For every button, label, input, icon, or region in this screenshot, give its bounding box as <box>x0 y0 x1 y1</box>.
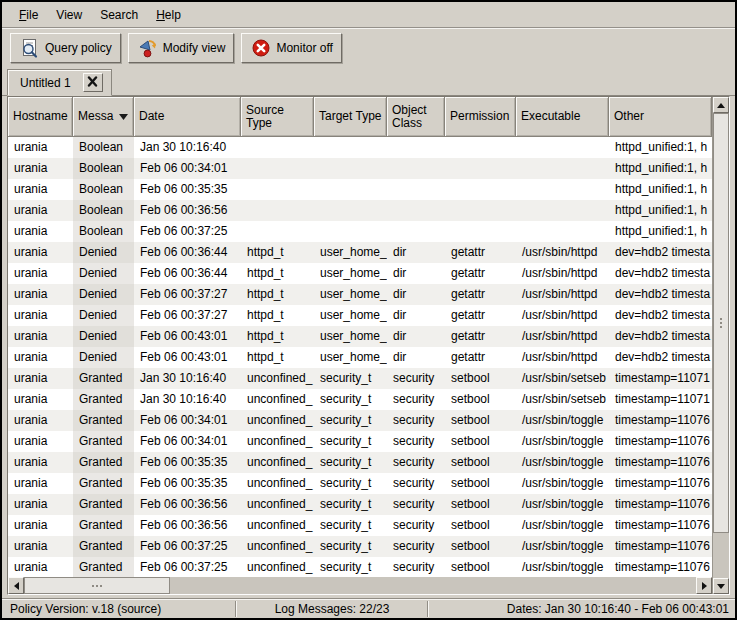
arrow-down-icon <box>717 584 725 593</box>
horizontal-scrollbar[interactable] <box>8 577 712 594</box>
toolbar-button-label: Modify view <box>163 41 226 55</box>
column-header-permission[interactable]: Permission <box>445 97 516 137</box>
column-header-object_class[interactable]: Object Class <box>387 97 445 137</box>
table-row[interactable]: uraniaGrantedFeb 06 00:34:01unconfined_s… <box>8 410 712 431</box>
table-row[interactable]: uraniaDeniedFeb 06 00:36:44httpd_tuser_h… <box>8 242 712 263</box>
table-row[interactable]: uraniaGrantedFeb 06 00:35:35unconfined_s… <box>8 452 712 473</box>
cell-date: Feb 06 00:37:27 <box>134 305 241 326</box>
cell-other: timestamp=11076 <box>609 557 712 577</box>
column-header-date[interactable]: Date <box>134 97 241 137</box>
cell-object_class <box>387 158 445 179</box>
cell-permission <box>445 179 516 200</box>
app-window: FileViewSearchHelp Query policyModify vi… <box>0 0 737 620</box>
table-row[interactable]: uraniaDeniedFeb 06 00:43:01httpd_tuser_h… <box>8 347 712 368</box>
query-policy-icon <box>19 37 41 59</box>
menu-label: View <box>56 8 82 22</box>
table-row[interactable]: uraniaGrantedFeb 06 00:36:56unconfined_s… <box>8 494 712 515</box>
cell-executable <box>516 158 609 179</box>
cell-source_type: unconfined_ <box>241 494 314 515</box>
menu-help[interactable]: Help <box>147 4 190 26</box>
cell-other: httpd_unified:1, h <box>609 137 712 158</box>
column-header-source_type[interactable]: Source Type <box>241 97 314 137</box>
menu-view[interactable]: View <box>47 4 91 26</box>
cell-permission: getattr <box>445 242 516 263</box>
menu-file[interactable]: File <box>10 4 47 26</box>
vertical-scroll-thumb[interactable] <box>713 113 729 533</box>
cell-object_class: security <box>387 410 445 431</box>
scroll-down-button[interactable] <box>713 578 729 594</box>
cell-hostname: urania <box>8 326 73 347</box>
tab-untitled-1[interactable]: Untitled 1 <box>7 69 112 96</box>
cell-source_type <box>241 179 314 200</box>
column-header-other[interactable]: Other <box>609 97 712 137</box>
cell-source_type: unconfined_ <box>241 557 314 577</box>
cell-permission: setbool <box>445 410 516 431</box>
column-header-target_type[interactable]: Target Type <box>314 97 387 137</box>
column-header-executable[interactable]: Executable <box>516 97 609 137</box>
cell-other: timestamp=11071 <box>609 368 712 389</box>
cell-executable: /usr/sbin/toggle <box>516 515 609 536</box>
cell-date: Feb 06 00:37:25 <box>134 557 241 577</box>
column-header-message[interactable]: Messa <box>73 97 134 137</box>
cell-target_type: security_t <box>314 410 387 431</box>
cell-source_type: unconfined_ <box>241 389 314 410</box>
table-row[interactable]: uraniaBooleanJan 30 10:16:40httpd_unifie… <box>8 137 712 158</box>
table-row[interactable]: uraniaDeniedFeb 06 00:36:44httpd_tuser_h… <box>8 263 712 284</box>
scroll-left-button[interactable] <box>8 577 24 594</box>
table-row[interactable]: uraniaBooleanFeb 06 00:35:35httpd_unifie… <box>8 179 712 200</box>
cell-object_class: security <box>387 557 445 577</box>
cell-permission: setbool <box>445 452 516 473</box>
vertical-scroll-trough[interactable] <box>713 533 729 578</box>
query-policy-button[interactable]: Query policy <box>10 33 121 63</box>
cell-other: httpd_unified:1, h <box>609 179 712 200</box>
table-row[interactable]: uraniaGrantedFeb 06 00:37:25unconfined_s… <box>8 557 712 577</box>
table-row[interactable]: uraniaDeniedFeb 06 00:43:01httpd_tuser_h… <box>8 326 712 347</box>
table-row[interactable]: uraniaBooleanFeb 06 00:37:25httpd_unifie… <box>8 221 712 242</box>
menu-accel: H <box>156 8 165 22</box>
cell-date: Feb 06 00:35:35 <box>134 179 241 200</box>
arrow-right-icon <box>702 582 711 590</box>
table-row[interactable]: uraniaDeniedFeb 06 00:37:27httpd_tuser_h… <box>8 284 712 305</box>
column-header-hostname[interactable]: Hostname <box>8 97 73 137</box>
cell-date: Jan 30 10:16:40 <box>134 368 241 389</box>
table-row[interactable]: uraniaBooleanFeb 06 00:36:56httpd_unifie… <box>8 200 712 221</box>
table-row[interactable]: uraniaGrantedJan 30 10:16:40unconfined_s… <box>8 368 712 389</box>
cell-target_type: security_t <box>314 389 387 410</box>
table-row[interactable]: uraniaGrantedFeb 06 00:34:01unconfined_s… <box>8 431 712 452</box>
cell-hostname: urania <box>8 452 73 473</box>
table-row[interactable]: uraniaDeniedFeb 06 00:37:27httpd_tuser_h… <box>8 305 712 326</box>
table-row[interactable]: uraniaGrantedFeb 06 00:35:35unconfined_s… <box>8 473 712 494</box>
tab-close-button[interactable] <box>83 73 103 92</box>
cell-hostname: urania <box>8 410 73 431</box>
table-row[interactable]: uraniaGrantedFeb 06 00:37:25unconfined_s… <box>8 536 712 557</box>
monitor-off-button[interactable]: Monitor off <box>241 33 341 63</box>
cell-hostname: urania <box>8 200 73 221</box>
cell-other: dev=hdb2 timesta <box>609 347 712 368</box>
table-row[interactable]: uraniaBooleanFeb 06 00:34:01httpd_unifie… <box>8 158 712 179</box>
cell-permission: setbool <box>445 557 516 577</box>
column-header-label: Target Type <box>319 110 381 123</box>
horizontal-scroll-trough[interactable] <box>170 577 696 594</box>
modify-view-button[interactable]: Modify view <box>128 33 235 63</box>
sort-desc-icon <box>119 110 128 123</box>
cell-other: timestamp=11076 <box>609 452 712 473</box>
cell-source_type <box>241 221 314 242</box>
scroll-up-button[interactable] <box>713 97 729 113</box>
cell-hostname: urania <box>8 347 73 368</box>
cell-message: Boolean <box>73 137 134 158</box>
cell-executable: /usr/sbin/toggle <box>516 410 609 431</box>
vertical-scrollbar[interactable] <box>712 97 729 594</box>
cell-hostname: urania <box>8 284 73 305</box>
scroll-right-button[interactable] <box>696 577 712 594</box>
cell-date: Feb 06 00:36:56 <box>134 494 241 515</box>
cell-target_type: user_home_ <box>314 242 387 263</box>
table-row[interactable]: uraniaGrantedJan 30 10:16:40unconfined_s… <box>8 389 712 410</box>
cell-executable: /usr/sbin/httpd <box>516 347 609 368</box>
cell-object_class: dir <box>387 305 445 326</box>
horizontal-scroll-thumb[interactable] <box>24 577 170 594</box>
cell-message: Granted <box>73 410 134 431</box>
menu-search[interactable]: Search <box>91 4 147 26</box>
cell-date: Feb 06 00:36:56 <box>134 515 241 536</box>
cell-target_type: user_home_ <box>314 263 387 284</box>
table-row[interactable]: uraniaGrantedFeb 06 00:36:56unconfined_s… <box>8 515 712 536</box>
